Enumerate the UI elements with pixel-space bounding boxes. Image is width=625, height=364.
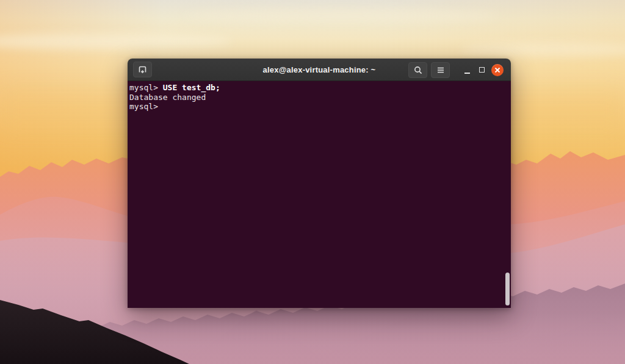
command-output: Database changed [129, 93, 206, 102]
scrollbar-thumb[interactable] [505, 273, 510, 305]
menu-button[interactable] [431, 62, 450, 78]
desktop-wallpaper: alex@alex-virtual-machine: ~ [0, 0, 625, 364]
minimize-icon [464, 73, 470, 74]
close-icon [494, 67, 500, 73]
minimize-button[interactable] [460, 62, 474, 78]
terminal-line: Database changed [129, 93, 505, 102]
terminal-line: mysql> [129, 102, 505, 112]
mysql-prompt: mysql> [129, 102, 158, 111]
terminal-line: mysql> USE test_db; [129, 83, 505, 93]
search-button[interactable] [408, 62, 427, 78]
tab-new-icon [138, 65, 147, 74]
hamburger-menu-icon [436, 66, 445, 74]
maximize-button[interactable] [474, 62, 489, 78]
typed-command: USE test_db; [163, 83, 220, 92]
terminal-window: alex@alex-virtual-machine: ~ [128, 59, 511, 308]
mysql-prompt: mysql> [129, 83, 158, 92]
window-titlebar[interactable]: alex@alex-virtual-machine: ~ [128, 59, 511, 81]
search-icon [414, 66, 422, 74]
new-tab-button[interactable] [133, 62, 152, 77]
maximize-icon [479, 67, 485, 73]
close-button[interactable] [491, 64, 504, 76]
terminal-content[interactable]: mysql> USE test_db; Database changed mys… [128, 81, 511, 308]
